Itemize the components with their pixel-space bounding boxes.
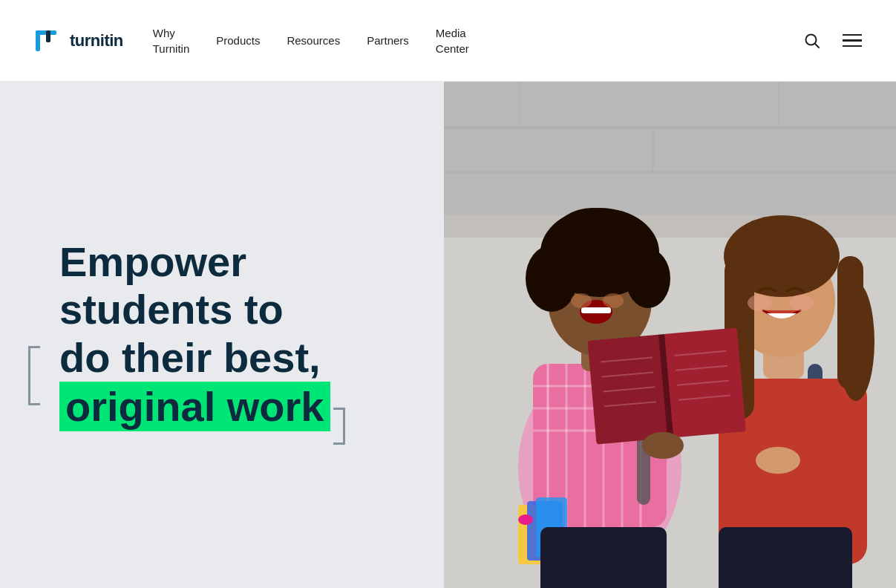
svg-rect-33 bbox=[581, 307, 611, 313]
hero-image bbox=[444, 82, 896, 588]
nav-resources[interactable]: Resources bbox=[287, 33, 340, 48]
svg-point-35 bbox=[603, 293, 624, 308]
hero-highlight: original work bbox=[59, 382, 330, 431]
menu-button[interactable] bbox=[838, 30, 866, 52]
nav-right bbox=[801, 30, 866, 52]
svg-point-47 bbox=[837, 282, 874, 401]
bracket-left-decoration bbox=[28, 346, 40, 405]
students-photo bbox=[444, 82, 896, 588]
nav-why-turnitin[interactable]: WhyTurnitin bbox=[153, 25, 189, 56]
svg-rect-8 bbox=[444, 126, 896, 129]
svg-rect-3 bbox=[46, 30, 50, 42]
svg-rect-10 bbox=[518, 82, 520, 126]
svg-point-48 bbox=[748, 295, 771, 311]
svg-point-30 bbox=[626, 249, 670, 308]
hero-line3: do their best, bbox=[59, 334, 321, 381]
svg-rect-7 bbox=[444, 82, 896, 215]
svg-point-61 bbox=[642, 432, 684, 459]
bracket-right-decoration bbox=[333, 408, 345, 445]
hamburger-line-3 bbox=[843, 45, 862, 48]
logo-text: turnitin bbox=[70, 31, 123, 50]
svg-line-5 bbox=[815, 43, 819, 47]
svg-point-34 bbox=[571, 293, 592, 308]
hero-heading: Empower students to do their best, origi… bbox=[59, 238, 330, 431]
logo-link[interactable]: turnitin bbox=[30, 24, 123, 57]
nav-links: WhyTurnitin Products Resources Partners … bbox=[153, 25, 801, 56]
nav-partners[interactable]: Partners bbox=[367, 33, 409, 48]
svg-point-31 bbox=[555, 208, 630, 260]
hero-section: Empower students to do their best, origi… bbox=[0, 82, 896, 588]
hero-line2: students to bbox=[59, 286, 284, 333]
nav-media-center[interactable]: MediaCenter bbox=[436, 25, 469, 56]
svg-point-49 bbox=[790, 295, 814, 311]
nav-products[interactable]: Products bbox=[216, 33, 260, 48]
svg-rect-64 bbox=[719, 527, 852, 588]
svg-rect-9 bbox=[444, 171, 896, 174]
search-icon bbox=[804, 33, 820, 49]
svg-point-62 bbox=[756, 447, 800, 474]
turnitin-logo-icon bbox=[30, 24, 62, 57]
hero-text-block: Empower students to do their best, origi… bbox=[59, 238, 330, 431]
navbar: turnitin WhyTurnitin Products Resources … bbox=[0, 0, 896, 82]
svg-point-29 bbox=[526, 245, 578, 312]
svg-point-65 bbox=[518, 514, 533, 525]
svg-rect-12 bbox=[778, 82, 780, 126]
hamburger-line-2 bbox=[843, 39, 862, 42]
hamburger-line-1 bbox=[843, 34, 862, 36]
hero-left: Empower students to do their best, origi… bbox=[0, 82, 444, 588]
svg-rect-11 bbox=[652, 126, 654, 171]
svg-rect-63 bbox=[540, 527, 667, 588]
search-button[interactable] bbox=[801, 30, 823, 52]
hero-line1: Empower bbox=[59, 238, 246, 285]
